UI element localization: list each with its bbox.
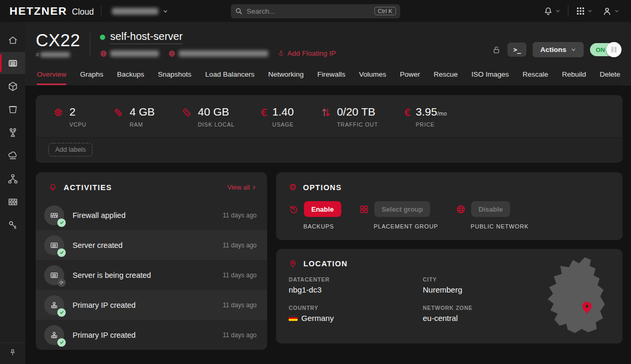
stat-label: DISK LOCAL [198,121,235,128]
disable-public-network-button[interactable]: Disable [471,201,510,217]
brand-logo: HETZNER Cloud [9,5,94,17]
tab-power[interactable]: Power [400,66,420,85]
topbar-divider [101,5,101,17]
sidebar-item-volumes[interactable] [0,98,25,120]
home-icon [7,35,18,46]
server-id: # [36,51,80,58]
actions-button[interactable]: Actions [533,42,584,57]
console-button[interactable]: >_ [507,43,526,57]
brand-suffix: Cloud [72,7,94,17]
stat-label: VCPU [69,121,86,128]
chevron-right-icon [251,185,257,190]
tab-rebuild[interactable]: Rebuild [562,66,586,85]
germany-map [537,255,615,338]
server-name[interactable]: self-host-server [110,30,183,44]
view-all-link[interactable]: View all [227,184,257,191]
pending-badge-icon: ⟳ [57,278,66,287]
activity-row: Server created 11 days ago [36,230,267,260]
tab-iso-images[interactable]: ISO Images [472,66,509,85]
project-selector[interactable] [109,6,171,17]
select-group-button[interactable]: Select group [374,201,431,217]
server-type-block: CX22 # [36,30,80,58]
tab-volumes[interactable]: Volumes [359,66,386,85]
option-public-network: Disable PUBLIC NETWORK [456,201,528,230]
tab-rescale[interactable]: Rescale [523,66,548,85]
sidebar-item-networks[interactable] [0,168,25,190]
sidebar-item-images[interactable] [0,75,25,97]
search-input[interactable] [247,7,370,15]
stat-label: TRAFFIC OUT [337,121,378,128]
tab-overview[interactable]: Overview [37,66,66,85]
tab-load-balancers[interactable]: Load Balancers [205,66,255,85]
tab-backups[interactable]: Backups [117,66,145,85]
ipv4-address [100,50,159,57]
network-tree-icon [7,173,18,184]
enable-backups-button[interactable]: Enable [304,201,341,217]
stat-vcpu: 2VCPU [53,106,86,128]
tab-graphs[interactable]: Graphs [80,66,103,85]
primary-ip-icon [49,330,59,340]
add-labels-button[interactable]: Add labels [48,143,93,157]
header-divider [90,33,90,57]
activities-card: ACTIVITIES View all Firewall app [36,172,267,350]
group-icon [359,204,369,214]
check-badge-icon [57,338,66,347]
activity-row: ⟳ Server is being created 11 days ago [36,260,267,290]
globe-icon [456,204,466,214]
server-header-band: CX22 # self-host-server [25,22,631,86]
sidebar-item-security[interactable] [0,214,25,236]
activity-time: 11 days ago [223,301,257,309]
power-toggle[interactable]: ON [590,43,620,56]
apps-menu[interactable] [574,5,595,17]
sidebar-item-home[interactable] [0,29,25,51]
option-label: PLACEMENT GROUP [359,223,438,230]
server-tabs: Overview Graphs Backups Snapshots Load B… [36,66,620,86]
stat-value: 2 [69,106,86,118]
brand-name: HETZNER [9,5,67,17]
activity-row: Firewall applied 11 days ago [36,200,267,230]
add-floating-ip-link[interactable]: Add Floating IP [278,49,336,57]
sidebar-pin-area[interactable] [0,342,25,364]
server-icon [49,241,59,250]
stat-ram: 4 GBRAM [113,106,155,128]
activity-time: 11 days ago [223,272,257,279]
sidebar-item-floating-ips[interactable] [0,144,25,167]
bucket-icon [7,104,18,115]
server-icon [7,58,18,69]
field-value: Germany [301,314,334,323]
search-box[interactable]: Ctrl K [231,4,400,18]
tab-networking[interactable]: Networking [268,66,304,85]
location-field-country: COUNTRY Germany [289,305,412,323]
sidebar-item-firewalls[interactable] [0,191,25,213]
stat-disk: 40 GBDISK LOCAL [181,106,235,128]
server-status-dot [100,35,105,40]
stat-label: USAGE [272,121,294,128]
sidebar-item-servers[interactable] [0,52,25,74]
field-value: nbg1-dc3 [289,285,412,294]
sidebar [0,22,25,364]
firewall-icon [7,196,18,207]
tab-rescue[interactable]: Rescue [434,66,458,85]
notifications-menu[interactable] [541,5,563,17]
tab-snapshots[interactable]: Snapshots [158,66,191,85]
activity-time: 11 days ago [223,212,257,219]
cube-icon [7,81,18,92]
power-toggle-handle[interactable] [606,42,622,57]
sidebar-item-load-balancers[interactable] [0,121,25,143]
check-badge-icon [57,219,66,227]
location-card: LOCATION DATACENTER nbg1-dc3 CITY Nuremb… [276,249,623,344]
tab-firewalls[interactable]: Firewalls [317,66,345,85]
avatar [44,235,64,255]
chevron-down-icon [614,8,619,14]
activities-title: ACTIVITIES [64,183,112,192]
floating-ip-icon [278,50,284,57]
field-label: DATACENTER [289,276,412,283]
stat-value: 4 GB [129,106,155,118]
user-menu[interactable] [600,5,622,17]
topbar-actions [541,5,622,17]
tab-delete[interactable]: Delete [599,66,620,85]
unlock-icon[interactable] [492,45,501,55]
globe-icon [168,50,176,57]
add-floating-ip-label: Add Floating IP [288,49,336,57]
location-pin-icon [289,259,297,268]
